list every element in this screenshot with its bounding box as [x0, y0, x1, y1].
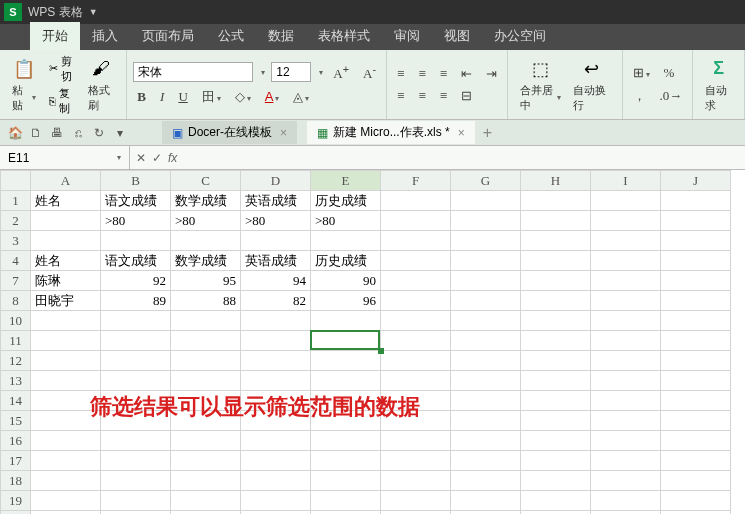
- cell-C10[interactable]: [171, 311, 241, 331]
- cell-F16[interactable]: [381, 431, 451, 451]
- cell-F7[interactable]: [381, 271, 451, 291]
- cut-button[interactable]: ✂ 剪切: [46, 53, 78, 85]
- row-header-1[interactable]: 1: [1, 191, 31, 211]
- cell-B3[interactable]: [101, 231, 171, 251]
- cell-I2[interactable]: [591, 211, 661, 231]
- fx-icon[interactable]: fx: [168, 151, 177, 165]
- cell-D3[interactable]: [241, 231, 311, 251]
- doc-tab-1[interactable]: ▦新建 Micro...作表.xls *×: [307, 121, 475, 144]
- cell-E3[interactable]: [311, 231, 381, 251]
- cell-E16[interactable]: [311, 431, 381, 451]
- cell-J4[interactable]: [661, 251, 731, 271]
- cell-J13[interactable]: [661, 371, 731, 391]
- chevron-down-icon[interactable]: ▾: [261, 68, 265, 77]
- cell-J2[interactable]: [661, 211, 731, 231]
- qat-button-3[interactable]: ⎌: [69, 124, 87, 142]
- cell-G10[interactable]: [451, 311, 521, 331]
- cell-D4[interactable]: 英语成绩: [241, 251, 311, 271]
- cell-H2[interactable]: [521, 211, 591, 231]
- cell-B11[interactable]: [101, 331, 171, 351]
- cell-G8[interactable]: [451, 291, 521, 311]
- cell-C12[interactable]: [171, 351, 241, 371]
- menu-tab-0[interactable]: 开始: [30, 22, 80, 50]
- row-header-18[interactable]: 18: [1, 471, 31, 491]
- cell-B10[interactable]: [101, 311, 171, 331]
- cell-A1[interactable]: 姓名: [31, 191, 101, 211]
- cell-F3[interactable]: [381, 231, 451, 251]
- cell-E10[interactable]: [311, 311, 381, 331]
- cell-G13[interactable]: [451, 371, 521, 391]
- cell-E7[interactable]: 90: [311, 271, 381, 291]
- decimal-inc-button[interactable]: .0→: [656, 86, 687, 106]
- qat-button-4[interactable]: ↻: [90, 124, 108, 142]
- cell-J8[interactable]: [661, 291, 731, 311]
- fill-color-button[interactable]: ◇▾: [231, 87, 255, 107]
- menu-tab-3[interactable]: 公式: [206, 22, 256, 50]
- cell-H20[interactable]: [521, 511, 591, 515]
- cell-A8[interactable]: 田晓宇: [31, 291, 101, 311]
- cell-C2[interactable]: >80: [171, 211, 241, 231]
- align-bottom-button[interactable]: ≡: [436, 64, 451, 84]
- align-left-button[interactable]: ≡: [393, 86, 408, 106]
- cell-E18[interactable]: [311, 471, 381, 491]
- col-header-I[interactable]: I: [591, 171, 661, 191]
- cell-E17[interactable]: [311, 451, 381, 471]
- cell-H3[interactable]: [521, 231, 591, 251]
- cell-H14[interactable]: [521, 391, 591, 411]
- cell-I8[interactable]: [591, 291, 661, 311]
- row-header-15[interactable]: 15: [1, 411, 31, 431]
- comma-button[interactable]: ，: [629, 85, 650, 107]
- align-middle-button[interactable]: ≡: [414, 64, 429, 84]
- cell-H11[interactable]: [521, 331, 591, 351]
- name-box[interactable]: ▾: [0, 146, 130, 169]
- cell-I1[interactable]: [591, 191, 661, 211]
- cell-F13[interactable]: [381, 371, 451, 391]
- cell-D7[interactable]: 94: [241, 271, 311, 291]
- border-button[interactable]: 田▾: [198, 86, 225, 108]
- col-header-B[interactable]: B: [101, 171, 171, 191]
- cell-A13[interactable]: [31, 371, 101, 391]
- cell-G1[interactable]: [451, 191, 521, 211]
- cell-C3[interactable]: [171, 231, 241, 251]
- cell-I16[interactable]: [591, 431, 661, 451]
- fill-handle[interactable]: [378, 348, 384, 354]
- cell-I11[interactable]: [591, 331, 661, 351]
- close-icon[interactable]: ×: [458, 126, 465, 140]
- menu-tab-1[interactable]: 插入: [80, 22, 130, 50]
- cell-H19[interactable]: [521, 491, 591, 511]
- cell-E8[interactable]: 96: [311, 291, 381, 311]
- col-header-A[interactable]: A: [31, 171, 101, 191]
- cell-D2[interactable]: >80: [241, 211, 311, 231]
- cell-D19[interactable]: [241, 491, 311, 511]
- cell-I13[interactable]: [591, 371, 661, 391]
- row-header-13[interactable]: 13: [1, 371, 31, 391]
- cell-E11[interactable]: [311, 331, 381, 351]
- add-tab-button[interactable]: +: [483, 124, 492, 142]
- cell-H1[interactable]: [521, 191, 591, 211]
- cell-B16[interactable]: [101, 431, 171, 451]
- cell-D20[interactable]: [241, 511, 311, 515]
- row-header-20[interactable]: 20: [1, 511, 31, 515]
- cell-A11[interactable]: [31, 331, 101, 351]
- cell-J16[interactable]: [661, 431, 731, 451]
- col-header-C[interactable]: C: [171, 171, 241, 191]
- cell-I15[interactable]: [591, 411, 661, 431]
- cell-H10[interactable]: [521, 311, 591, 331]
- cell-G15[interactable]: [451, 411, 521, 431]
- cell-D17[interactable]: [241, 451, 311, 471]
- cell-I3[interactable]: [591, 231, 661, 251]
- cell-G11[interactable]: [451, 331, 521, 351]
- cell-H12[interactable]: [521, 351, 591, 371]
- cell-J19[interactable]: [661, 491, 731, 511]
- underline-button[interactable]: U: [174, 87, 191, 107]
- cell-G17[interactable]: [451, 451, 521, 471]
- qat-button-0[interactable]: 🏠: [6, 124, 24, 142]
- cell-G18[interactable]: [451, 471, 521, 491]
- paste-button[interactable]: 📋 粘贴▾: [6, 55, 42, 115]
- cell-I4[interactable]: [591, 251, 661, 271]
- row-header-7[interactable]: 7: [1, 271, 31, 291]
- col-header-G[interactable]: G: [451, 171, 521, 191]
- cell-I18[interactable]: [591, 471, 661, 491]
- cell-A10[interactable]: [31, 311, 101, 331]
- align-center-button[interactable]: ≡: [414, 86, 429, 106]
